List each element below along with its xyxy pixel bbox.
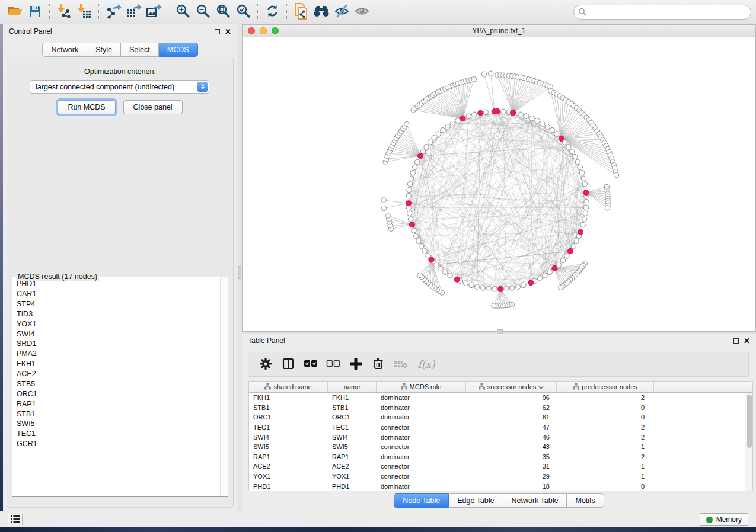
zoom-fit-button[interactable]: [213, 2, 233, 21]
tab-motifs[interactable]: Motifs: [567, 493, 604, 508]
table-row[interactable]: ORC1ORC1dominator610: [249, 412, 752, 422]
column-header-shared-name[interactable]: shared name: [249, 382, 328, 392]
scrollbar-thumb[interactable]: [747, 395, 752, 448]
deselect-all-button[interactable]: [322, 354, 344, 375]
close-panel-icon[interactable]: ✕: [744, 338, 750, 344]
save-session-button[interactable]: [25, 2, 45, 21]
run-mcds-button[interactable]: Run MCDS: [58, 100, 115, 114]
tab-style[interactable]: Style: [87, 43, 121, 57]
mcds-result-scrollbar[interactable]: [220, 277, 228, 496]
export-table-button[interactable]: [123, 2, 143, 21]
gear-icon: [260, 358, 272, 371]
mcds-result-item[interactable]: STB5: [12, 379, 219, 389]
zoom-selected-button[interactable]: [233, 2, 253, 21]
minimize-window-icon[interactable]: [260, 27, 267, 34]
mcds-result-item[interactable]: FKH1: [12, 359, 219, 369]
mcds-result-list[interactable]: PHD1CAR1STP4TID3YOX1SWI4SRD1PMA2FKH1ACE2…: [12, 279, 219, 496]
mcds-result-item[interactable]: PMA2: [12, 349, 219, 359]
mcds-result-item[interactable]: ACE2: [12, 369, 219, 379]
delete-column-button[interactable]: [367, 354, 390, 375]
network-titlebar[interactable]: YPA_prune.txt_1: [243, 25, 755, 37]
mcds-result-item[interactable]: SWI5: [12, 419, 219, 429]
select-all-icon: [304, 360, 318, 370]
table-row[interactable]: PHD1PHD1dominator180: [249, 481, 752, 491]
search-network-button[interactable]: [311, 2, 331, 21]
export-network-button[interactable]: [103, 2, 123, 21]
float-panel-icon[interactable]: [215, 29, 220, 34]
table-row[interactable]: TEC1TEC1connector472: [249, 422, 752, 432]
mcds-result-item[interactable]: TEC1: [12, 429, 219, 439]
network-canvas[interactable]: [243, 37, 755, 331]
close-panel-icon[interactable]: ✕: [225, 29, 231, 34]
float-panel-icon[interactable]: [733, 338, 739, 344]
tab-network[interactable]: Network: [42, 43, 87, 57]
trash-icon: [373, 358, 384, 371]
zoom-out-icon: [196, 4, 210, 20]
vertical-splitter[interactable]: [237, 24, 242, 511]
deselect-all-icon: [326, 360, 340, 370]
clone-network-button[interactable]: [291, 2, 311, 21]
table-row[interactable]: STB1STB1dominator620: [249, 403, 752, 413]
mcds-result-item[interactable]: YOX1: [12, 319, 219, 329]
optimization-select[interactable]: largest connected component (undirected): [30, 80, 209, 94]
table-scrollbar[interactable]: [745, 393, 752, 491]
mcds-result-item[interactable]: STP4: [12, 299, 219, 309]
table-row[interactable]: YOX1YOX1connector291: [249, 472, 752, 482]
export-image-button[interactable]: [143, 2, 164, 21]
column-header-successor-nodes[interactable]: successor nodes: [466, 382, 557, 392]
refresh-button[interactable]: [262, 2, 282, 21]
table-row[interactable]: FKH1FKH1dominator962: [249, 393, 752, 403]
attribute-icon: [573, 383, 579, 391]
hide-selected-button[interactable]: [331, 2, 352, 21]
tab-node-table[interactable]: Node Table: [394, 493, 449, 508]
main-toolbar: [0, 0, 756, 24]
mcds-result-item[interactable]: SRD1: [12, 339, 219, 349]
open-file-button[interactable]: [5, 2, 25, 21]
splitter-grip[interactable]: [238, 266, 241, 279]
node-table-body[interactable]: FKH1FKH1dominator962STB1STB1dominator620…: [249, 393, 752, 491]
hide-eye-icon: [334, 4, 350, 20]
toolbar-separator: [257, 4, 258, 20]
desktop-wallpaper-bottom: [0, 527, 756, 532]
sort-desc-icon: [538, 383, 544, 390]
memory-button[interactable]: Memory: [700, 513, 748, 526]
zoom-in-button[interactable]: [173, 2, 193, 21]
tab-mcds[interactable]: MCDS: [159, 43, 198, 57]
select-all-button[interactable]: [299, 354, 322, 375]
show-hidden-button[interactable]: [352, 2, 372, 21]
mcds-result-item[interactable]: PHD1: [12, 279, 219, 289]
mcds-result-item[interactable]: TID3: [12, 309, 219, 319]
tab-edge-table[interactable]: Edge Table: [449, 493, 503, 508]
show-panel-list-button[interactable]: [8, 514, 23, 525]
mcds-result-item[interactable]: STB1: [12, 409, 219, 419]
column-header-name[interactable]: name: [328, 382, 377, 392]
close-window-icon[interactable]: [248, 27, 255, 34]
maximize-window-icon[interactable]: [272, 27, 279, 34]
close-panel-button[interactable]: Close panel: [123, 100, 183, 114]
import-network-button[interactable]: [54, 2, 74, 21]
mcds-result-item[interactable]: GCR1: [12, 439, 219, 449]
import-table-button[interactable]: [74, 2, 94, 21]
zoom-out-button[interactable]: [193, 2, 213, 21]
mcds-result-item[interactable]: RAP1: [12, 399, 219, 409]
plus-icon: [350, 358, 362, 371]
table-row[interactable]: SWI4SWI4dominator462: [249, 432, 752, 442]
search-icon: [578, 8, 586, 18]
network-window: YPA_prune.txt_1: [242, 24, 756, 332]
table-panel: Table Panel ✕ f(x): [242, 334, 756, 509]
column-layout-button[interactable]: [277, 354, 299, 375]
table-row[interactable]: RAP1RAP1dominator352: [249, 452, 752, 462]
mcds-result-item[interactable]: CAR1: [12, 289, 219, 299]
table-row[interactable]: SWI5SWI5connector431: [249, 442, 752, 452]
table-settings-button[interactable]: [254, 354, 277, 375]
column-header-mcds-role[interactable]: MCDS role: [377, 382, 466, 392]
tab-select[interactable]: Select: [121, 43, 159, 57]
column-header-predecessor-nodes[interactable]: predecessor nodes: [557, 382, 654, 392]
table-row[interactable]: ACE2ACE2connector311: [249, 462, 752, 472]
add-column-button[interactable]: [344, 354, 367, 375]
clone-network-icon: [294, 3, 309, 21]
mcds-result-item[interactable]: ORC1: [12, 389, 219, 399]
search-input[interactable]: [573, 5, 751, 20]
tab-network-table[interactable]: Network Table: [503, 493, 567, 508]
mcds-result-item[interactable]: SWI4: [12, 329, 219, 339]
